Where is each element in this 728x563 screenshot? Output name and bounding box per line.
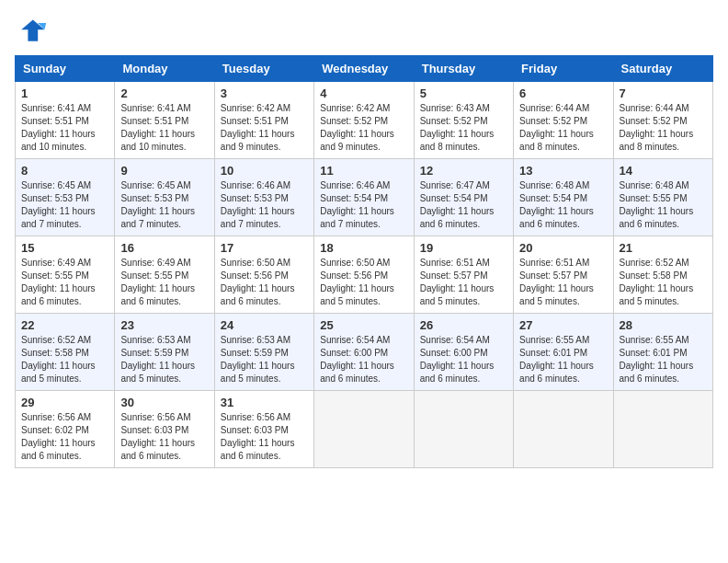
day-number: 22 [21,318,108,332]
day-cell-21: 21Sunrise: 6:52 AMSunset: 5:58 PMDayligh… [613,236,712,314]
day-info: Sunrise: 6:48 AMSunset: 5:55 PMDaylight:… [620,179,707,231]
day-cell-19: 19Sunrise: 6:51 AMSunset: 5:57 PMDayligh… [414,236,513,314]
week-row-4: 22Sunrise: 6:52 AMSunset: 5:58 PMDayligh… [16,314,713,391]
day-number: 19 [420,241,507,255]
header-friday: Friday [514,56,613,82]
day-cell-31: 31Sunrise: 6:56 AMSunset: 6:03 PMDayligh… [214,391,313,468]
day-number: 4 [320,86,407,100]
day-info: Sunrise: 6:49 AMSunset: 5:55 PMDaylight:… [120,257,208,308]
day-cell-18: 18Sunrise: 6:50 AMSunset: 5:56 PMDayligh… [314,236,414,314]
day-number: 1 [21,86,108,100]
day-cell-6: 6Sunrise: 6:44 AMSunset: 5:52 PMDaylight… [514,82,613,159]
day-info: Sunrise: 6:56 AMSunset: 6:03 PMDaylight:… [120,411,208,463]
day-number: 7 [620,86,707,100]
day-info: Sunrise: 6:51 AMSunset: 5:57 PMDaylight:… [519,257,607,308]
header-monday: Monday [115,56,214,82]
day-info: Sunrise: 6:44 AMSunset: 5:52 PMDaylight:… [519,102,607,154]
day-info: Sunrise: 6:48 AMSunset: 5:54 PMDaylight:… [519,179,607,231]
day-cell-27: 27Sunrise: 6:55 AMSunset: 6:01 PMDayligh… [514,314,613,391]
day-cell-26: 26Sunrise: 6:54 AMSunset: 6:00 PMDayligh… [414,314,513,391]
calendar: SundayMondayTuesdayWednesdayThursdayFrid… [15,55,713,468]
day-cell-empty [414,391,513,468]
day-cell-1: 1Sunrise: 6:41 AMSunset: 5:51 PMDaylight… [16,82,115,159]
day-number: 10 [221,164,308,178]
day-number: 21 [620,241,707,255]
day-cell-20: 20Sunrise: 6:51 AMSunset: 5:57 PMDayligh… [514,236,613,314]
day-cell-28: 28Sunrise: 6:55 AMSunset: 6:01 PMDayligh… [613,314,712,391]
day-number: 30 [120,396,208,409]
day-info: Sunrise: 6:45 AMSunset: 5:53 PMDaylight:… [21,179,108,231]
week-row-3: 15Sunrise: 6:49 AMSunset: 5:55 PMDayligh… [16,236,713,314]
header-thursday: Thursday [414,56,513,82]
day-info: Sunrise: 6:53 AMSunset: 5:59 PMDaylight:… [120,334,208,385]
day-info: Sunrise: 6:54 AMSunset: 6:00 PMDaylight:… [420,334,507,385]
day-info: Sunrise: 6:46 AMSunset: 5:53 PMDaylight:… [221,179,308,231]
day-cell-7: 7Sunrise: 6:44 AMSunset: 5:52 PMDaylight… [613,82,712,159]
day-number: 20 [519,241,607,255]
day-cell-9: 9Sunrise: 6:45 AMSunset: 5:53 PMDaylight… [115,159,214,236]
day-cell-23: 23Sunrise: 6:53 AMSunset: 5:59 PMDayligh… [115,314,214,391]
day-number: 5 [420,86,507,100]
day-info: Sunrise: 6:47 AMSunset: 5:54 PMDaylight:… [420,179,507,231]
day-cell-empty [314,391,414,468]
day-cell-3: 3Sunrise: 6:42 AMSunset: 5:51 PMDaylight… [214,82,313,159]
day-info: Sunrise: 6:43 AMSunset: 5:52 PMDaylight:… [420,102,507,154]
header-saturday: Saturday [613,56,712,82]
header [15,15,713,48]
day-number: 16 [120,241,208,255]
logo [15,15,51,48]
day-info: Sunrise: 6:42 AMSunset: 5:51 PMDaylight:… [221,102,308,154]
day-cell-15: 15Sunrise: 6:49 AMSunset: 5:55 PMDayligh… [16,236,115,314]
day-cell-14: 14Sunrise: 6:48 AMSunset: 5:55 PMDayligh… [613,159,712,236]
calendar-header-row: SundayMondayTuesdayWednesdayThursdayFrid… [16,56,713,82]
day-number: 9 [120,164,208,178]
day-number: 3 [221,86,308,100]
day-cell-12: 12Sunrise: 6:47 AMSunset: 5:54 PMDayligh… [414,159,513,236]
day-cell-10: 10Sunrise: 6:46 AMSunset: 5:53 PMDayligh… [214,159,313,236]
day-number: 14 [620,164,707,178]
day-number: 23 [120,318,208,332]
day-number: 31 [221,396,308,409]
day-info: Sunrise: 6:49 AMSunset: 5:55 PMDaylight:… [21,257,108,308]
logo-icon [15,15,48,48]
day-info: Sunrise: 6:56 AMSunset: 6:03 PMDaylight:… [221,411,308,463]
day-number: 6 [519,86,607,100]
day-info: Sunrise: 6:50 AMSunset: 5:56 PMDaylight:… [320,257,407,308]
svg-marker-0 [21,19,44,40]
day-info: Sunrise: 6:52 AMSunset: 5:58 PMDaylight:… [21,334,108,385]
day-number: 26 [420,318,507,332]
day-cell-13: 13Sunrise: 6:48 AMSunset: 5:54 PMDayligh… [514,159,613,236]
day-number: 27 [519,318,607,332]
day-cell-22: 22Sunrise: 6:52 AMSunset: 5:58 PMDayligh… [16,314,115,391]
week-row-1: 1Sunrise: 6:41 AMSunset: 5:51 PMDaylight… [16,82,713,159]
day-number: 17 [221,241,308,255]
day-cell-empty [613,391,712,468]
day-cell-29: 29Sunrise: 6:56 AMSunset: 6:02 PMDayligh… [16,391,115,468]
day-number: 18 [320,241,407,255]
week-row-2: 8Sunrise: 6:45 AMSunset: 5:53 PMDaylight… [16,159,713,236]
day-cell-2: 2Sunrise: 6:41 AMSunset: 5:51 PMDaylight… [115,82,214,159]
day-number: 13 [519,164,607,178]
day-number: 2 [120,86,208,100]
day-info: Sunrise: 6:42 AMSunset: 5:52 PMDaylight:… [320,102,407,154]
day-info: Sunrise: 6:53 AMSunset: 5:59 PMDaylight:… [221,334,308,385]
day-cell-8: 8Sunrise: 6:45 AMSunset: 5:53 PMDaylight… [16,159,115,236]
day-number: 15 [21,241,108,255]
day-cell-16: 16Sunrise: 6:49 AMSunset: 5:55 PMDayligh… [115,236,214,314]
day-cell-11: 11Sunrise: 6:46 AMSunset: 5:54 PMDayligh… [314,159,414,236]
day-cell-25: 25Sunrise: 6:54 AMSunset: 6:00 PMDayligh… [314,314,414,391]
day-info: Sunrise: 6:45 AMSunset: 5:53 PMDaylight:… [120,179,208,231]
day-info: Sunrise: 6:56 AMSunset: 6:02 PMDaylight:… [21,411,108,463]
day-number: 12 [420,164,507,178]
day-info: Sunrise: 6:55 AMSunset: 6:01 PMDaylight:… [519,334,607,385]
day-number: 8 [21,164,108,178]
day-number: 29 [21,396,108,409]
day-info: Sunrise: 6:46 AMSunset: 5:54 PMDaylight:… [320,179,407,231]
day-number: 25 [320,318,407,332]
header-wednesday: Wednesday [314,56,414,82]
day-info: Sunrise: 6:51 AMSunset: 5:57 PMDaylight:… [420,257,507,308]
day-cell-30: 30Sunrise: 6:56 AMSunset: 6:03 PMDayligh… [115,391,214,468]
header-sunday: Sunday [16,56,115,82]
day-info: Sunrise: 6:50 AMSunset: 5:56 PMDaylight:… [221,257,308,308]
day-cell-24: 24Sunrise: 6:53 AMSunset: 5:59 PMDayligh… [214,314,313,391]
